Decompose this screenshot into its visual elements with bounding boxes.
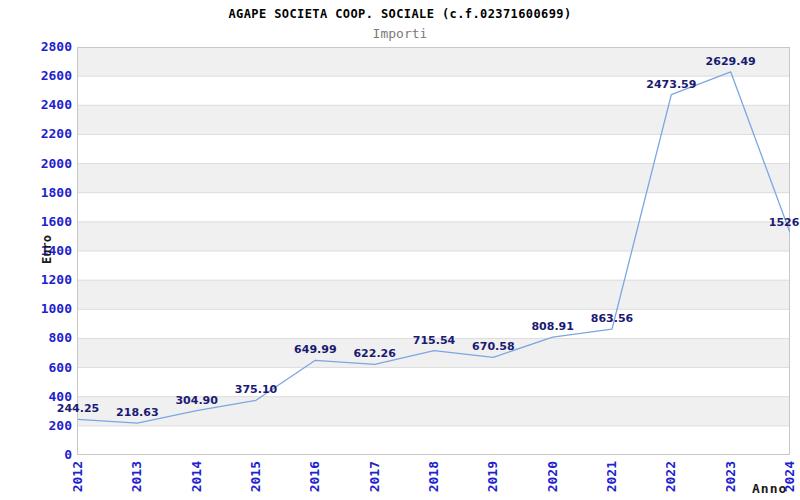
data-point-label: 1526.0 (745, 216, 800, 229)
x-tick-label: 2019 (485, 461, 500, 492)
x-tick-label: 2023 (723, 461, 738, 492)
x-tick-label: 2018 (426, 461, 441, 492)
x-tick-label: 2014 (189, 461, 204, 492)
x-tick-label: 2021 (604, 461, 619, 492)
data-point-label: 863.56 (567, 312, 657, 325)
y-tick-label: 2200 (2, 127, 72, 141)
y-tick-label: 1800 (2, 186, 72, 200)
y-tick-label: 2000 (2, 157, 72, 171)
y-tick-label: 0 (2, 448, 72, 462)
chart-title: AGAPE SOCIETA COOP. SOCIALE (c.f.0237160… (0, 7, 800, 21)
grid-band (77, 164, 790, 193)
y-tick-label: 800 (2, 331, 72, 345)
y-tick-label: 600 (2, 361, 72, 375)
y-tick-label: 1200 (2, 273, 72, 287)
x-tick-label: 2016 (307, 461, 322, 492)
grid-band (77, 222, 790, 251)
grid-band (77, 105, 790, 134)
data-point-label: 670.58 (448, 340, 538, 353)
y-tick-label: 1400 (2, 244, 72, 258)
x-tick-label: 2015 (248, 461, 263, 492)
data-point-label: 218.63 (92, 406, 182, 419)
chart-subtitle: Importi (0, 26, 800, 41)
data-point-label: 2473.59 (626, 78, 716, 91)
x-tick-label: 2020 (545, 461, 560, 492)
x-tick-label: 2017 (367, 461, 382, 492)
y-tick-label: 2400 (2, 98, 72, 112)
data-point-label: 622.26 (330, 347, 420, 360)
chart-canvas: AGAPE SOCIETA COOP. SOCIALE (c.f.0237160… (0, 0, 800, 500)
x-axis-title: Anno (752, 481, 787, 496)
grid-band (77, 47, 790, 76)
x-tick-label: 2012 (70, 461, 85, 492)
x-tick-label: 2013 (129, 461, 144, 492)
data-point-label: 375.10 (211, 383, 301, 396)
data-point-label: 2629.49 (686, 55, 776, 68)
y-tick-label: 200 (2, 419, 72, 433)
y-tick-label: 2800 (2, 40, 72, 54)
y-tick-label: 2600 (2, 69, 72, 83)
y-tick-label: 1000 (2, 302, 72, 316)
x-tick-label: 2022 (663, 461, 678, 492)
grid-band (77, 280, 790, 309)
y-tick-label: 1600 (2, 215, 72, 229)
y-axis-title: Euro (40, 235, 54, 264)
